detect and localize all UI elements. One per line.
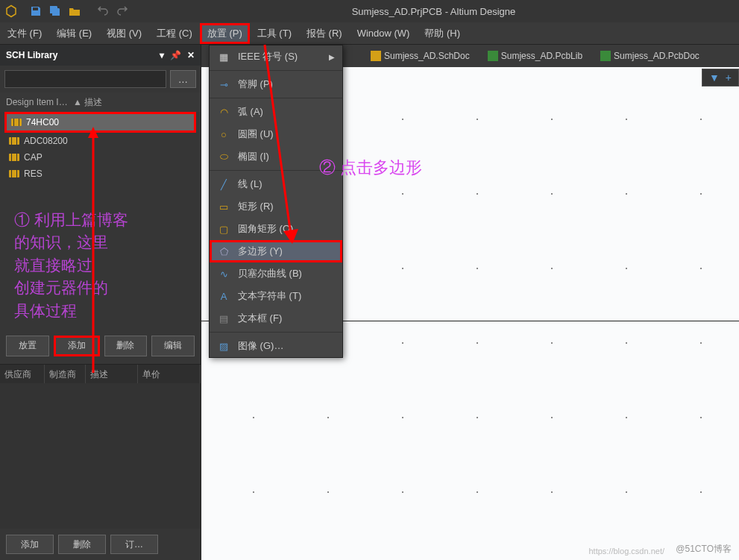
- edit-button[interactable]: 编辑: [151, 336, 195, 356]
- watermark: @51CTO博客: [676, 543, 732, 556]
- panel-title: SCH Library: [6, 50, 57, 60]
- menu-help[interactable]: 帮助 (H): [417, 23, 468, 44]
- search-menu-button[interactable]: …: [170, 70, 196, 88]
- supplier-grid: [0, 383, 201, 529]
- mi-bezier[interactable]: ∿贝塞尔曲线 (B): [210, 262, 342, 285]
- col-design-item[interactable]: Design Item I…: [6, 97, 73, 107]
- list-item[interactable]: RES: [4, 166, 196, 182]
- supplier-delete-button[interactable]: 删除: [58, 535, 106, 554]
- component-icon: [9, 154, 19, 161]
- place-button[interactable]: 放置: [6, 336, 49, 356]
- ellipse-icon: ⬭: [217, 151, 230, 163]
- undo-icon[interactable]: [97, 5, 109, 17]
- rect-icon: ▭: [217, 201, 230, 213]
- component-icon: [11, 119, 22, 126]
- svg-rect-2: [600, 51, 611, 61]
- list-item[interactable]: 74HC00: [7, 114, 194, 130]
- col-manufacturer[interactable]: 制造商: [45, 365, 86, 383]
- menu-edit[interactable]: 编辑 (E): [49, 23, 99, 44]
- open-icon[interactable]: [69, 5, 81, 17]
- filter-icon: ▼: [709, 72, 720, 84]
- circle-icon: ○: [217, 129, 230, 140]
- mi-arc[interactable]: ◠弧 (A): [210, 101, 342, 123]
- mi-text[interactable]: A文本字符串 (T): [210, 285, 342, 307]
- panel-close-icon[interactable]: ✕: [187, 50, 195, 60]
- save-all-icon[interactable]: [49, 5, 61, 17]
- mi-image[interactable]: ▨图像 (G)…: [210, 335, 342, 357]
- app-logo-icon: [4, 4, 19, 19]
- mi-textbox[interactable]: ▤文本框 (F): [210, 307, 342, 330]
- search-input[interactable]: [4, 70, 166, 88]
- roundrect-icon: ▢: [217, 224, 230, 235]
- redo-icon[interactable]: [116, 5, 128, 17]
- list-item[interactable]: CAP: [4, 149, 196, 166]
- col-description[interactable]: ▲ 描述: [73, 96, 102, 109]
- col-desc[interactable]: 描述: [86, 365, 138, 383]
- delete-button[interactable]: 删除: [104, 336, 148, 356]
- text-icon: A: [217, 291, 230, 302]
- bezier-icon: ∿: [217, 268, 230, 280]
- panel-dropdown-icon[interactable]: ▾: [160, 50, 164, 60]
- supplier-add-button[interactable]: 添加: [6, 535, 54, 554]
- filter-button[interactable]: ▼ +: [702, 69, 739, 86]
- save-icon[interactable]: [30, 5, 42, 17]
- col-supplier[interactable]: 供应商: [0, 365, 45, 383]
- component-list: 74HC00: [4, 112, 196, 133]
- plus-icon: +: [726, 72, 732, 84]
- add-button[interactable]: 添加: [54, 336, 100, 356]
- component-icon: [9, 137, 19, 145]
- place-dropdown: ▦IEEE 符号 (S)▶ ⊸管脚 (P) ◠弧 (A) ○圆圈 (U) ⬭椭圆…: [209, 45, 343, 358]
- mi-line[interactable]: ╱线 (L): [210, 173, 342, 195]
- menu-tools[interactable]: 工具 (T): [250, 23, 299, 44]
- menu-window[interactable]: Window (W): [350, 24, 418, 43]
- panel-header: SCH Library ▾ 📌 ✕: [0, 45, 201, 66]
- titlebar: Sumjess_AD.PrjPCB - Altium Designe: [0, 0, 739, 22]
- textbox-icon: ▤: [217, 313, 230, 324]
- mi-ieee[interactable]: ▦IEEE 符号 (S)▶: [210, 45, 342, 68]
- mi-polygon[interactable]: ⬠多边形 (Y): [210, 240, 342, 262]
- supplier-header: 供应商 制造商 描述 单价: [0, 364, 201, 383]
- component-icon: [9, 170, 19, 177]
- mi-pin[interactable]: ⊸管脚 (P): [210, 73, 342, 95]
- line-icon: ╱: [217, 179, 230, 190]
- supplier-order-button[interactable]: 订…: [110, 535, 158, 554]
- svg-rect-1: [488, 51, 498, 61]
- panel-pin-icon[interactable]: 📌: [170, 50, 181, 60]
- ieee-icon: ▦: [217, 51, 230, 63]
- mi-roundrect[interactable]: ▢圆角矩形 (O): [210, 218, 342, 240]
- sch-library-panel: SCH Library ▾ 📌 ✕ … Design Item I… ▲ 描述 …: [0, 45, 201, 560]
- mi-circle[interactable]: ○圆圈 (U): [210, 123, 342, 145]
- svg-rect-0: [371, 51, 381, 61]
- tab-pcbdoc[interactable]: Sumjess_AD.PcbDoc: [597, 48, 703, 63]
- menubar: 文件 (F) 编辑 (E) 视图 (V) 工程 (C) 放置 (P) 工具 (T…: [0, 22, 739, 45]
- polygon-icon: ⬠: [217, 246, 230, 257]
- image-icon: ▨: [217, 341, 230, 352]
- watermark-url: https://blog.csdn.net/: [588, 547, 664, 556]
- menu-view[interactable]: 视图 (V): [99, 23, 149, 44]
- arc-icon: ◠: [217, 107, 230, 118]
- pin-icon: ⊸: [217, 79, 230, 90]
- menu-file[interactable]: 文件 (F): [0, 23, 49, 44]
- mi-ellipse[interactable]: ⬭椭圆 (I): [210, 145, 342, 168]
- mi-rect[interactable]: ▭矩形 (R): [210, 195, 342, 218]
- menu-project[interactable]: 工程 (C): [149, 23, 200, 44]
- grid-header: Design Item I… ▲ 描述: [0, 92, 201, 112]
- tab-pcblib[interactable]: Sumjess_AD.PcbLib: [484, 48, 586, 63]
- submenu-arrow-icon: ▶: [329, 53, 335, 61]
- tab-schdoc[interactable]: Sumjess_AD.SchDoc: [367, 48, 474, 63]
- menu-report[interactable]: 报告 (R): [299, 23, 350, 44]
- col-price[interactable]: 单价: [138, 365, 201, 383]
- list-item[interactable]: ADC08200: [4, 133, 196, 149]
- menu-place[interactable]: 放置 (P): [200, 23, 250, 44]
- window-title: Sumjess_AD.PrjPCB - Altium Designe: [132, 6, 735, 17]
